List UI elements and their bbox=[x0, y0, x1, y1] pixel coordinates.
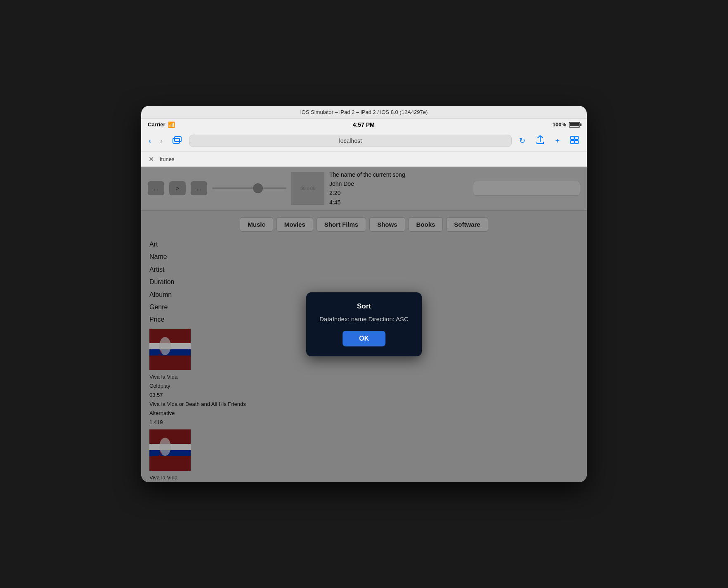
svg-rect-5 bbox=[575, 140, 578, 144]
battery-icon bbox=[569, 122, 580, 128]
wifi-icon: 📶 bbox=[168, 121, 175, 128]
simulator-title: iOS Simulator – iPad 2 – iPad 2 / iOS 8.… bbox=[300, 109, 428, 115]
battery-percent: 100% bbox=[553, 121, 566, 128]
add-tab-button[interactable]: + bbox=[552, 135, 563, 147]
back-button[interactable]: ‹ bbox=[146, 135, 154, 147]
battery-fill bbox=[570, 123, 579, 126]
status-left: Carrier 📶 bbox=[148, 121, 175, 128]
time-label: 4:57 PM bbox=[353, 121, 375, 128]
status-bar: Carrier 📶 4:57 PM 100% bbox=[141, 119, 587, 130]
status-right: 100% bbox=[553, 121, 580, 128]
tab-close-button[interactable]: ✕ bbox=[146, 154, 156, 164]
dialog-overlay: Sort DataIndex: name Direction: ASC OK bbox=[141, 167, 587, 483]
windows-button[interactable] bbox=[567, 134, 582, 148]
svg-rect-4 bbox=[571, 140, 574, 144]
svg-rect-0 bbox=[173, 138, 180, 143]
share-button[interactable] bbox=[533, 134, 548, 148]
dialog-ok-button[interactable]: OK bbox=[343, 331, 385, 346]
svg-rect-1 bbox=[175, 137, 181, 142]
dialog-title: Sort bbox=[319, 302, 409, 311]
nav-bar: ‹ › localhost ↻ + bbox=[141, 130, 587, 152]
address-bar[interactable]: localhost bbox=[189, 135, 512, 147]
ios-screen: Carrier 📶 4:57 PM 100% ‹ › l bbox=[141, 119, 587, 483]
tab-title: Itunes bbox=[160, 156, 174, 162]
sort-dialog: Sort DataIndex: name Direction: ASC OK bbox=[306, 292, 422, 356]
content-area: ... > ... 80 x 80 The name of the curren… bbox=[141, 167, 587, 483]
reload-button[interactable]: ↻ bbox=[516, 135, 529, 147]
tabs-button[interactable] bbox=[169, 135, 185, 147]
battery-tip bbox=[580, 123, 581, 126]
tab-bar: ✕ Itunes bbox=[141, 152, 587, 167]
svg-rect-3 bbox=[575, 136, 578, 140]
simulator-frame: iOS Simulator – iPad 2 – iPad 2 / iOS 8.… bbox=[141, 106, 587, 483]
svg-rect-2 bbox=[571, 136, 574, 140]
forward-button[interactable]: › bbox=[158, 135, 165, 147]
title-bar: iOS Simulator – iPad 2 – iPad 2 / iOS 8.… bbox=[141, 106, 587, 119]
dialog-message: DataIndex: name Direction: ASC bbox=[319, 315, 409, 322]
carrier-label: Carrier bbox=[148, 121, 165, 128]
